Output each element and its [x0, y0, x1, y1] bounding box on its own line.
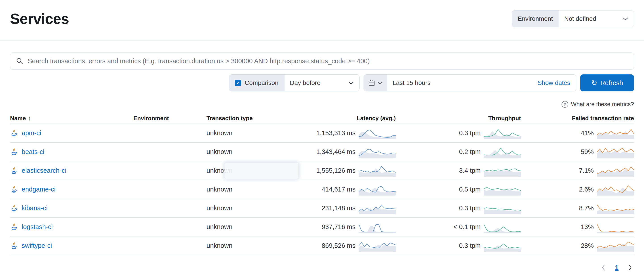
latency-cell: 869,526 ms	[297, 240, 396, 252]
column-header-throughput: Throughput	[396, 115, 521, 122]
java-agent-icon	[10, 148, 18, 156]
service-name-cell: elasticsearch-ci	[10, 167, 134, 174]
date-range-button[interactable]: Last 15 hours	[387, 75, 538, 91]
previous-page-icon[interactable]	[601, 264, 606, 271]
failed-rate-cell: 28%	[521, 240, 634, 252]
chevron-down-icon	[622, 17, 628, 20]
latency-cell: 1,343,464 ms	[297, 146, 396, 158]
throughput-sparkline	[484, 240, 521, 252]
failed-rate-sparkline	[597, 240, 634, 252]
transaction-type-cell: unknown	[206, 242, 297, 250]
failed-rate-sparkline	[597, 165, 634, 177]
failed-rate-value: 41%	[581, 130, 594, 137]
table-row: apm-ci unknown 1,153,313 ms 0.3 tpm 41%	[10, 124, 634, 142]
service-name-link[interactable]: apm-ci	[22, 130, 41, 137]
latency-cell: 937,716 ms	[297, 221, 396, 233]
table-header-row: Name ↑ Environment Transaction type Late…	[10, 113, 634, 124]
throughput-cell: 0.3 tpm	[396, 127, 521, 139]
service-name-link[interactable]: beats-ci	[22, 148, 44, 156]
latency-value: 414,617 ms	[322, 186, 356, 193]
service-name-cell: swiftype-ci	[10, 242, 134, 250]
column-header-transaction-type: Transaction type	[206, 115, 297, 122]
latency-value: 1,343,464 ms	[316, 148, 356, 156]
latency-sparkline	[359, 146, 396, 158]
failed-rate-cell: 41%	[521, 127, 634, 139]
comparison-toggle[interactable]: ✓ Comparison	[229, 75, 284, 91]
service-name-link[interactable]: elasticsearch-ci	[22, 167, 66, 174]
table-row: elasticsearch-ci unknown 1,555,126 ms 3.…	[10, 161, 634, 180]
service-name-cell: apm-ci	[10, 130, 134, 137]
throughput-value: 0.3 tpm	[459, 204, 481, 212]
throughput-sparkline	[484, 127, 521, 139]
table-row: swiftype-ci unknown 869,526 ms 0.3 tpm 2…	[10, 236, 634, 255]
page-title: Services	[10, 10, 69, 27]
service-name-link[interactable]: logstash-ci	[22, 223, 53, 230]
failed-rate-sparkline	[597, 221, 634, 233]
service-name-link[interactable]: swiftype-ci	[22, 242, 52, 250]
java-agent-icon	[10, 204, 18, 212]
column-header-environment: Environment	[134, 115, 206, 122]
failed-rate-value: 59%	[581, 148, 594, 156]
java-agent-icon	[10, 242, 18, 250]
throughput-sparkline	[484, 146, 521, 158]
next-page-icon[interactable]	[628, 264, 632, 271]
chevron-down-icon	[378, 82, 382, 84]
throughput-value: 0.5 tpm	[459, 186, 481, 193]
throughput-cell: 0.5 tpm	[396, 184, 521, 196]
search-input[interactable]	[28, 58, 628, 65]
comparison-checkbox[interactable]: ✓	[235, 80, 241, 86]
latency-cell: 1,153,313 ms	[297, 127, 396, 139]
comparison-group: ✓ Comparison Day before	[229, 74, 360, 92]
page-number-1[interactable]: 1	[615, 264, 618, 271]
transaction-type-cell: unknown	[206, 186, 297, 193]
refresh-button-label: Refresh	[600, 79, 623, 87]
column-header-name[interactable]: Name ↑	[10, 115, 134, 122]
failed-rate-value: 13%	[581, 223, 594, 230]
chevron-down-icon	[348, 81, 354, 85]
show-dates-link[interactable]: Show dates	[538, 75, 576, 91]
failed-rate-sparkline	[597, 184, 634, 196]
service-name-cell: beats-ci	[10, 148, 134, 156]
throughput-value: 0.2 tpm	[459, 148, 481, 156]
throughput-cell: < 0.1 tpm	[396, 221, 521, 233]
service-name-cell: logstash-ci	[10, 223, 134, 231]
service-name-cell: endgame-ci	[10, 186, 134, 193]
throughput-cell: 0.3 tpm	[396, 240, 521, 252]
throughput-cell: 3.4 tpm	[396, 165, 521, 177]
comparison-label: Comparison	[245, 79, 278, 86]
date-range-value: Last 15 hours	[392, 79, 430, 86]
throughput-value: 3.4 tpm	[459, 167, 481, 174]
refresh-button[interactable]: ↻ Refresh	[580, 74, 634, 92]
latency-value: 1,555,126 ms	[316, 167, 356, 174]
latency-value: 937,716 ms	[322, 223, 356, 230]
throughput-sparkline	[484, 221, 521, 233]
date-picker: Last 15 hours Show dates	[364, 74, 576, 92]
service-name-link[interactable]: kibana-ci	[22, 204, 48, 212]
service-name-link[interactable]: endgame-ci	[22, 186, 56, 193]
question-circle-icon: ?	[562, 101, 568, 108]
column-header-failed-rate: Failed transaction rate	[521, 115, 634, 122]
failed-rate-sparkline	[597, 127, 634, 139]
failed-rate-cell: 59%	[521, 146, 634, 158]
table-row: beats-ci unknown 1,343,464 ms 0.2 tpm 59…	[10, 142, 634, 161]
comparison-select[interactable]: Day before	[284, 75, 359, 91]
table-body: apm-ci unknown 1,153,313 ms 0.3 tpm 41%	[10, 124, 634, 255]
latency-sparkline	[359, 127, 396, 139]
metrics-help-link[interactable]: What are these metrics?	[571, 101, 634, 108]
latency-cell: 414,617 ms	[297, 184, 396, 196]
failed-rate-value: 28%	[581, 242, 594, 250]
failed-rate-sparkline	[597, 146, 634, 158]
environment-filter-label: Environment	[512, 10, 559, 27]
date-quick-select-button[interactable]	[364, 75, 387, 91]
java-agent-icon	[10, 223, 18, 231]
table-row: logstash-ci unknown 937,716 ms < 0.1 tpm…	[10, 218, 634, 236]
failed-rate-value: 8.7%	[579, 204, 594, 212]
java-agent-icon	[10, 167, 18, 174]
environment-filter-select[interactable]: Not defined	[559, 10, 634, 27]
throughput-value: < 0.1 tpm	[454, 223, 481, 230]
transaction-type-cell: unknown	[206, 130, 297, 137]
services-table: Name ↑ Environment Transaction type Late…	[10, 113, 634, 255]
transaction-type-cell: unknown	[206, 148, 297, 156]
transaction-type-cell: unknown	[206, 167, 297, 174]
page-header: Services Environment Not defined	[0, 0, 644, 40]
